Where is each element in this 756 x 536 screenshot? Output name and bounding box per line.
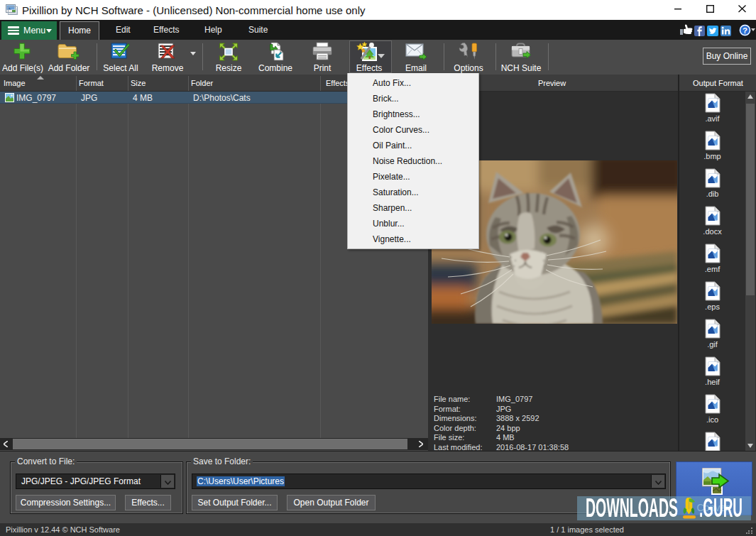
svg-text:?: ? [743, 26, 747, 35]
